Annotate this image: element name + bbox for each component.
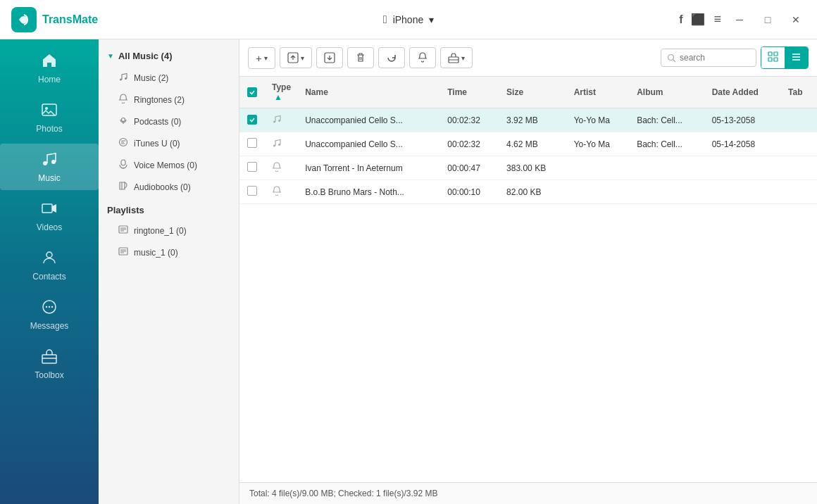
row-size: 383.00 KB bbox=[499, 156, 567, 180]
row-name: Ivan Torrent - In Aeternum bbox=[298, 156, 440, 180]
ringtone-icon bbox=[118, 94, 128, 106]
row-time: 00:00:10 bbox=[440, 180, 499, 204]
minimize-button[interactable]: ─ bbox=[730, 10, 749, 30]
music-icon bbox=[41, 151, 58, 170]
th-checkbox[interactable] bbox=[239, 77, 265, 108]
sidebar-label-messages: Messages bbox=[30, 321, 69, 331]
th-album[interactable]: Album bbox=[630, 77, 705, 108]
row-size: 82.00 KB bbox=[499, 180, 567, 204]
export-icon bbox=[287, 52, 299, 63]
table-row[interactable]: Unaccompanied Cello S... 00:02:32 4.62 M… bbox=[239, 132, 817, 156]
th-name[interactable]: Name bbox=[298, 77, 440, 108]
left-panel-item-voicememos[interactable]: Voice Memos (0) bbox=[99, 154, 239, 176]
section-arrow: ▼ bbox=[107, 52, 114, 60]
row-checkbox-cell[interactable] bbox=[239, 132, 265, 156]
th-artist[interactable]: Artist bbox=[567, 77, 630, 108]
th-time[interactable]: Time bbox=[440, 77, 499, 108]
row-album: Bach: Cell... bbox=[630, 108, 705, 132]
type-col-label: Type bbox=[272, 82, 291, 92]
sidebar-item-contacts[interactable]: Contacts bbox=[0, 242, 99, 289]
row-checkbox[interactable] bbox=[247, 162, 257, 172]
table-row[interactable]: B.o.B Bruno Mars - Noth... 00:00:10 82.0… bbox=[239, 180, 817, 204]
row-checkbox-cell[interactable] bbox=[239, 156, 265, 180]
all-music-header[interactable]: ▼ All Music (4) bbox=[99, 45, 239, 67]
audiobooks-icon bbox=[118, 181, 128, 193]
row-name: Unaccompanied Cello S... bbox=[298, 108, 440, 132]
search-input[interactable] bbox=[680, 53, 750, 63]
dropdown-arrow[interactable]: ▾ bbox=[429, 14, 434, 25]
row-checkbox-cell[interactable] bbox=[239, 180, 265, 204]
add-icon: + bbox=[256, 52, 262, 64]
row-artist: Yo-Yo Ma bbox=[567, 108, 630, 132]
itunes-icon bbox=[118, 137, 128, 149]
export-button[interactable]: ▾ bbox=[280, 47, 312, 68]
sidebar-label-contacts: Contacts bbox=[32, 272, 66, 282]
bell-icon bbox=[417, 52, 428, 63]
svg-point-14 bbox=[122, 118, 125, 122]
left-panel-item-podcasts[interactable]: Podcasts (0) bbox=[99, 111, 239, 132]
all-music-label: All Music (4) bbox=[118, 51, 173, 61]
th-tab[interactable]: Tab bbox=[781, 77, 817, 108]
svg-point-43 bbox=[278, 144, 280, 146]
svg-point-3 bbox=[51, 160, 56, 164]
table-row[interactable]: Unaccompanied Cello S... 00:02:32 3.92 M… bbox=[239, 108, 817, 132]
table-row[interactable]: Ivan Torrent - In Aeternum 00:00:47 383.… bbox=[239, 156, 817, 180]
app-name: TransMate bbox=[42, 13, 98, 26]
th-type[interactable]: Type ▲ bbox=[265, 77, 298, 108]
delete-button[interactable] bbox=[347, 47, 374, 68]
row-checkbox[interactable] bbox=[247, 115, 257, 125]
titlebar: TransMate  iPhone ▾ f ⬛ ≡ ─ □ ✕ bbox=[0, 0, 817, 39]
left-panel-item-audiobooks[interactable]: Audiobooks (0) bbox=[99, 176, 239, 198]
export-dropdown-arrow: ▾ bbox=[301, 54, 304, 62]
left-panel-item-itunes[interactable]: iTunes U (0) bbox=[99, 132, 239, 154]
refresh-button[interactable] bbox=[378, 47, 405, 68]
chat-icon[interactable]: ⬛ bbox=[691, 13, 705, 26]
sidebar-label-photos: Photos bbox=[36, 124, 62, 134]
view-toggle bbox=[761, 46, 809, 69]
sidebar-item-videos[interactable]: Videos bbox=[0, 193, 99, 239]
maximize-button[interactable]: □ bbox=[758, 10, 778, 30]
sort-arrow-icon: ▲ bbox=[274, 92, 282, 102]
audiobooks-item-label: Audiobooks (0) bbox=[134, 182, 191, 192]
sidebar-item-photos[interactable]: Photos bbox=[0, 94, 99, 141]
sidebar-item-messages[interactable]: Messages bbox=[0, 291, 99, 338]
import-button[interactable] bbox=[316, 47, 343, 68]
sidebar-item-toolbox[interactable]: Toolbox bbox=[0, 341, 99, 387]
svg-rect-10 bbox=[42, 355, 56, 363]
table-header-row: Type ▲ Name Time Size Artist Album Date … bbox=[239, 77, 817, 108]
svg-point-31 bbox=[668, 54, 674, 60]
row-checkbox[interactable] bbox=[247, 186, 257, 196]
search-box[interactable] bbox=[661, 49, 756, 67]
th-size[interactable]: Size bbox=[499, 77, 567, 108]
device-selector[interactable]:  iPhone ▾ bbox=[383, 13, 434, 26]
bell-button[interactable] bbox=[409, 47, 436, 68]
facebook-icon[interactable]: f bbox=[679, 13, 682, 26]
grid-view-button[interactable] bbox=[761, 47, 785, 68]
svg-point-41 bbox=[278, 120, 280, 122]
itunes-item-label: iTunes U (0) bbox=[134, 139, 180, 149]
add-button[interactable]: + ▾ bbox=[248, 47, 275, 69]
left-panel-item-ringtones[interactable]: Ringtones (2) bbox=[99, 89, 239, 111]
close-button[interactable]: ✕ bbox=[786, 10, 806, 30]
apple-icon:  bbox=[383, 13, 387, 26]
playlists-header: Playlists bbox=[99, 198, 239, 220]
left-panel-item-music1[interactable]: music_1 (0) bbox=[99, 241, 239, 263]
bell-type-icon bbox=[272, 162, 282, 172]
music-note-type-icon bbox=[272, 138, 282, 148]
list-view-button[interactable] bbox=[785, 47, 808, 68]
svg-line-32 bbox=[673, 59, 676, 62]
row-checkbox-cell[interactable] bbox=[239, 108, 265, 132]
sidebar-item-home[interactable]: Home bbox=[0, 45, 99, 92]
more-button[interactable]: ▾ bbox=[440, 47, 473, 68]
menu-icon[interactable]: ≡ bbox=[713, 12, 721, 27]
left-panel-item-music[interactable]: Music (2) bbox=[99, 67, 239, 89]
svg-rect-34 bbox=[774, 52, 778, 56]
row-checkbox[interactable] bbox=[247, 138, 257, 148]
left-panel-item-ringtone1[interactable]: ringtone_1 (0) bbox=[99, 220, 239, 241]
sidebar-item-music[interactable]: Music bbox=[0, 144, 99, 190]
photos-icon bbox=[41, 101, 58, 121]
row-tab bbox=[781, 132, 817, 156]
header-checkbox[interactable] bbox=[247, 87, 257, 97]
playlists-label: Playlists bbox=[107, 205, 144, 215]
th-date-added[interactable]: Date Added bbox=[705, 77, 781, 108]
